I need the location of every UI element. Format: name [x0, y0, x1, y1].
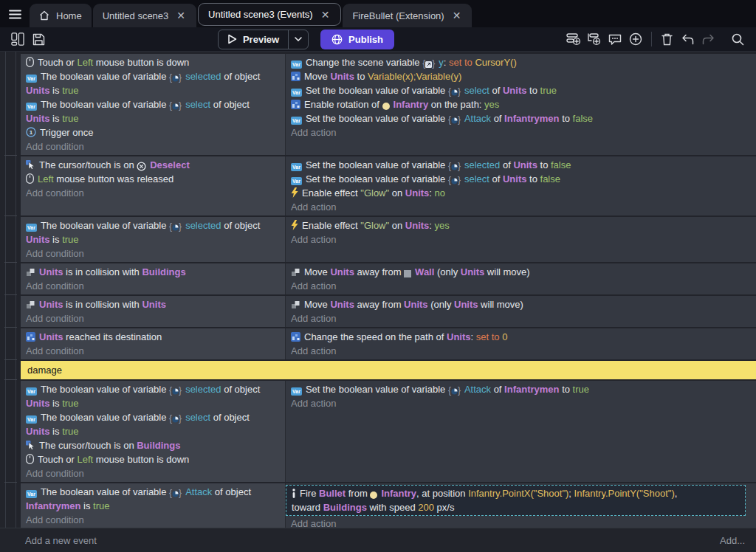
add-action-button[interactable]: Add action: [286, 396, 749, 410]
add-condition-button[interactable]: Add condition: [21, 344, 282, 358]
add-condition-button[interactable]: Add condition: [21, 311, 282, 325]
object-variable-icon: {}: [169, 103, 182, 110]
text-segment: yes: [484, 99, 499, 110]
action-line[interactable]: Enable rotation of Infantry on the path:…: [286, 97, 749, 111]
text-segment: px/s: [434, 502, 454, 513]
add-action-button[interactable]: Add action: [286, 125, 749, 139]
add-other-button[interactable]: [625, 30, 646, 49]
path-badge-icon: [291, 332, 300, 342]
condition-line[interactable]: VarThe boolean value of variable {}selec…: [21, 382, 282, 410]
object-variable-icon: {}: [169, 416, 182, 423]
condition-line[interactable]: Units is in collision with Buildings: [21, 265, 282, 279]
var-badge-icon: Var: [26, 75, 37, 83]
add-action-button[interactable]: Add action: [286, 279, 749, 293]
condition-line[interactable]: Touch or Left mouse button is down: [21, 452, 282, 466]
close-icon[interactable]: ✕: [175, 10, 187, 21]
add-comment-button[interactable]: [605, 30, 625, 49]
close-icon[interactable]: ✕: [320, 9, 331, 21]
action-line[interactable]: VarSet the boolean value of variable {}s…: [286, 172, 749, 186]
text-segment: ,: [675, 488, 678, 499]
tab-home[interactable]: Home: [30, 4, 92, 27]
preview-options-button[interactable]: [289, 37, 308, 41]
tab-untitled-scene3[interactable]: Untitled scene3 ✕: [93, 4, 196, 27]
condition-line[interactable]: VarThe boolean value of variable {}selec…: [21, 97, 282, 125]
action-line[interactable]: Fire Bullet from Infantry, at position I…: [286, 486, 742, 514]
add-condition-button[interactable]: Add condition: [21, 139, 282, 153]
redo-button[interactable]: [698, 30, 719, 49]
condition-line[interactable]: Units is in collision with Units: [21, 297, 282, 311]
add-action-button[interactable]: Add action: [286, 517, 749, 528]
add-condition-button[interactable]: Add condition: [21, 466, 282, 480]
add-condition-button[interactable]: Add condition: [21, 513, 282, 527]
text-segment: of: [500, 159, 513, 170]
actions-column: VarSet the boolean value of variable {}s…: [286, 156, 756, 215]
condition-line[interactable]: 1Trigger once: [21, 125, 282, 139]
condition-line[interactable]: VarThe boolean value of variable {}selec…: [21, 69, 282, 97]
tab-untitled-scene3-events[interactable]: Untitled scene3 (Events) ✕: [198, 3, 341, 26]
action-line[interactable]: Enable effect "Glow" on Units: yes: [286, 218, 749, 232]
add-action-button[interactable]: Add action: [286, 200, 749, 214]
save-button[interactable]: [28, 30, 49, 49]
action-line[interactable]: VarChange the scene variable {}y: set to…: [286, 55, 749, 69]
close-icon[interactable]: ✕: [451, 10, 463, 21]
add-new-event-button[interactable]: Add a new event: [25, 535, 97, 546]
action-line[interactable]: VarSet the boolean value of variable {}s…: [286, 158, 749, 172]
condition-line[interactable]: The cursor/touch is on Deselect: [21, 158, 282, 172]
condition-line[interactable]: Units reached its destination: [21, 330, 282, 344]
comment-event[interactable]: damage: [21, 361, 756, 379]
selected-action[interactable]: Fire Bullet from Infantry, at position I…: [286, 485, 746, 516]
action-line[interactable]: VarSet the boolean value of variable {}A…: [286, 111, 749, 125]
text-segment: Left: [77, 57, 93, 68]
publish-button[interactable]: Publish: [320, 30, 394, 49]
add-subevent-button[interactable]: [584, 30, 605, 49]
condition-line[interactable]: Touch or Left mouse button is down: [21, 55, 282, 69]
add-event-button[interactable]: [563, 30, 584, 49]
text-segment: will move): [484, 266, 529, 277]
add-action-button[interactable]: Add action: [286, 232, 749, 246]
delete-button[interactable]: [657, 30, 678, 49]
add-condition-button[interactable]: Add condition: [21, 186, 282, 200]
action-line[interactable]: VarSet the boolean value of variable {}A…: [286, 382, 749, 396]
add-action-button[interactable]: Add action: [286, 344, 749, 358]
add-action-button[interactable]: Add action: [286, 311, 749, 325]
add-event-icon: [566, 32, 581, 46]
condition-line[interactable]: VarThe boolean value of variable {}selec…: [21, 218, 282, 246]
text-segment: The boolean value of variable: [41, 412, 169, 423]
text-segment: is: [80, 500, 93, 511]
action-line[interactable]: Move Units to Variable(x);Variable(y): [286, 69, 749, 83]
add-condition-button[interactable]: Add condition: [21, 246, 282, 261]
condition-line[interactable]: Left mouse button was released: [21, 172, 282, 186]
text-segment: Buildings: [142, 266, 185, 277]
toggle-panels-button[interactable]: [7, 30, 28, 49]
text-segment: The boolean value of variable: [41, 486, 169, 497]
condition-line[interactable]: VarThe boolean value of variable {}Attac…: [21, 485, 282, 513]
mouse-icon: [26, 454, 34, 464]
cursor-icon: [26, 160, 35, 170]
object-variable-icon: {}: [448, 164, 461, 170]
add-more-button[interactable]: Add...: [720, 535, 745, 546]
add-condition-button[interactable]: Add condition: [21, 279, 282, 293]
search-button[interactable]: [728, 30, 749, 49]
undo-button[interactable]: [678, 30, 698, 49]
condition-line[interactable]: VarThe boolean value of variable {}selec…: [21, 410, 282, 438]
action-line[interactable]: Move Units away from Units (only Units w…: [286, 297, 749, 311]
text-segment: Units: [461, 266, 485, 277]
tab-firebullet-extension[interactable]: FireBullet (Extension) ✕: [343, 4, 472, 27]
redo-icon: [702, 34, 715, 45]
text-segment: Set the boolean value of variable: [306, 173, 448, 184]
text-segment: The cursor/touch is on: [39, 159, 137, 170]
text-segment: Units: [39, 331, 63, 342]
condition-line[interactable]: The cursor/touch is on Buildings: [21, 438, 282, 452]
action-line[interactable]: Change the speed on the path of Units: s…: [286, 330, 749, 344]
action-line[interactable]: Enable effect "Glow" on Units: no: [286, 186, 749, 200]
text-segment: to: [560, 113, 573, 124]
action-line[interactable]: VarSet the boolean value of variable {}s…: [286, 83, 749, 97]
menu-button[interactable]: [0, 1, 30, 27]
action-line[interactable]: Move Units away from Wall (only Units wi…: [286, 265, 749, 279]
preview-button[interactable]: Preview: [218, 30, 309, 49]
text-segment: Units: [26, 426, 50, 437]
gutter-tick: [4, 155, 17, 156]
text-segment: Enable rotation of: [304, 99, 382, 110]
events-list: Touch or Left mouse button is downVarThe…: [21, 54, 756, 528]
undo-icon: [681, 34, 694, 45]
